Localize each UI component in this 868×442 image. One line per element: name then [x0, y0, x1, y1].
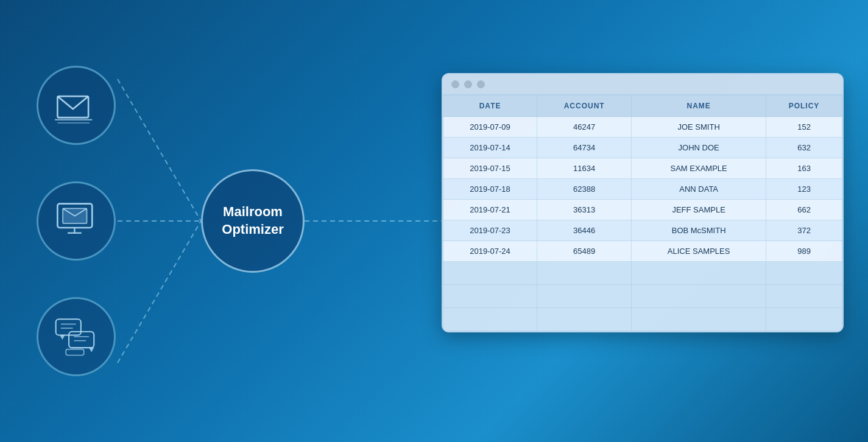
- chat-icon-circle: [37, 297, 116, 376]
- table-row-empty: [443, 262, 842, 285]
- cell-policy: 662: [766, 200, 842, 220]
- chat-icon: [55, 315, 97, 358]
- svg-rect-15: [69, 332, 94, 348]
- cell-policy: 989: [766, 241, 842, 262]
- svg-rect-19: [66, 349, 84, 356]
- cell-empty: [632, 308, 766, 331]
- cell-empty: [766, 262, 842, 285]
- col-name: NAME: [632, 96, 766, 117]
- cell-empty: [632, 262, 766, 285]
- cell-date: 2019-07-23: [443, 220, 537, 241]
- mailroom-optimizer-circle: Mailroom Optimizer: [201, 169, 305, 273]
- cell-date: 2019-07-24: [443, 241, 537, 262]
- cell-policy: 163: [766, 158, 842, 179]
- data-table-window: DATE ACCOUNT NAME POLICY 2019-07-0946247…: [442, 73, 844, 332]
- table-row: 2019-07-1464734JOHN DOE632: [443, 138, 842, 158]
- cell-account: 65489: [537, 241, 632, 262]
- mailroom-optimizer-label: Mailroom Optimizer: [222, 203, 283, 238]
- traffic-light-2: [464, 80, 472, 88]
- table-row: 2019-07-2136313JEFF SAMPLE662: [443, 200, 842, 220]
- svg-marker-14: [60, 335, 65, 340]
- computer-icon: [55, 200, 97, 242]
- cell-name: JOE SMITH: [632, 117, 766, 138]
- table-row: 2019-07-2336446BOB McSMITH372: [443, 220, 842, 241]
- cell-policy: 152: [766, 117, 842, 138]
- cell-date: 2019-07-09: [443, 117, 537, 138]
- cell-name: SAM EXAMPLE: [632, 158, 766, 179]
- svg-marker-18: [89, 348, 94, 352]
- data-table: DATE ACCOUNT NAME POLICY 2019-07-0946247…: [443, 95, 842, 331]
- svg-line-0: [118, 79, 201, 221]
- cell-account: 46247: [537, 117, 632, 138]
- cell-name: ANN DATA: [632, 179, 766, 200]
- cell-policy: 372: [766, 220, 842, 241]
- col-date: DATE: [443, 96, 537, 117]
- cell-empty: [766, 285, 842, 308]
- cell-account: 11634: [537, 158, 632, 179]
- window-titlebar: [443, 74, 842, 95]
- left-icons-container: [37, 66, 116, 376]
- cell-empty: [766, 308, 842, 331]
- cell-empty: [632, 285, 766, 308]
- cell-account: 36313: [537, 200, 632, 220]
- table-row-empty: [443, 285, 842, 308]
- cell-date: 2019-07-21: [443, 200, 537, 220]
- cell-policy: 632: [766, 138, 842, 158]
- cell-name: JOHN DOE: [632, 138, 766, 158]
- table-row: 2019-07-1862388ANN DATA123: [443, 179, 842, 200]
- cell-account: 36446: [537, 220, 632, 241]
- mail-icon-circle: [37, 66, 116, 145]
- traffic-light-1: [451, 80, 459, 88]
- cell-empty: [443, 308, 537, 331]
- cell-account: 64734: [537, 138, 632, 158]
- table-row: 2019-07-2465489ALICE SAMPLES989: [443, 241, 842, 262]
- col-policy: POLICY: [766, 96, 842, 117]
- table-row: 2019-07-0946247JOE SMITH152: [443, 117, 842, 138]
- cell-empty: [537, 285, 632, 308]
- cell-date: 2019-07-18: [443, 179, 537, 200]
- cell-empty: [537, 308, 632, 331]
- col-account: ACCOUNT: [537, 96, 632, 117]
- cell-name: JEFF SAMPLE: [632, 200, 766, 220]
- cell-date: 2019-07-14: [443, 138, 537, 158]
- traffic-light-3: [477, 80, 485, 88]
- table-row-empty: [443, 308, 842, 331]
- mail-icon: [55, 84, 97, 127]
- cell-date: 2019-07-15: [443, 158, 537, 179]
- svg-line-2: [118, 221, 201, 363]
- svg-rect-11: [56, 319, 81, 335]
- cell-empty: [537, 262, 632, 285]
- cell-name: ALICE SAMPLES: [632, 241, 766, 262]
- table-row: 2019-07-1511634SAM EXAMPLE163: [443, 158, 842, 179]
- cell-name: BOB McSMITH: [632, 220, 766, 241]
- cell-policy: 123: [766, 179, 842, 200]
- cell-empty: [443, 285, 537, 308]
- cell-empty: [443, 262, 537, 285]
- computer-icon-circle: [37, 181, 116, 261]
- cell-account: 62388: [537, 179, 632, 200]
